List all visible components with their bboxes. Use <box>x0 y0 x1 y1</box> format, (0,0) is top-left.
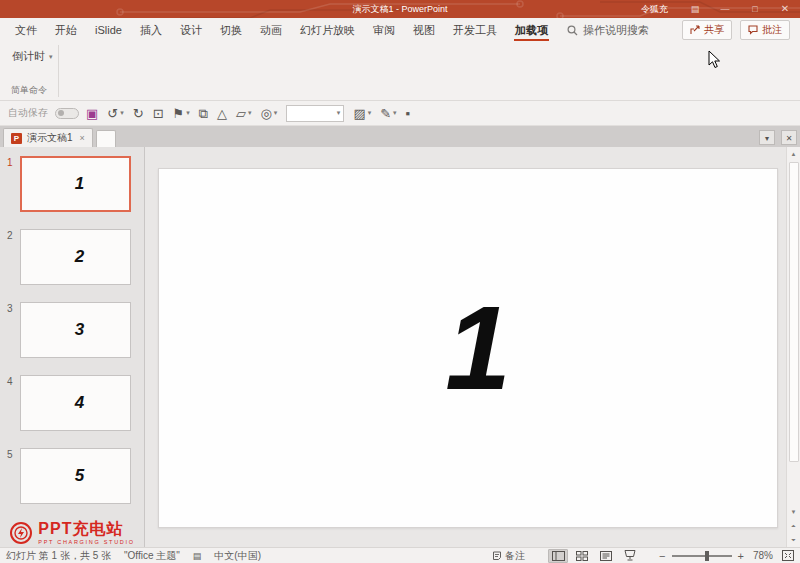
tab-bar-close-icon[interactable]: ✕ <box>781 130 797 145</box>
logo-text: PPT充电站 <box>38 521 134 537</box>
scroll-down-icon[interactable]: ▼ <box>787 505 800 519</box>
save-icon[interactable]: ▣ <box>86 107 98 120</box>
slide-number: 2 <box>0 229 20 285</box>
maximize-icon[interactable]: □ <box>740 0 770 18</box>
fit-to-window-icon[interactable] <box>782 550 794 561</box>
comments-button[interactable]: 批注 <box>740 20 790 40</box>
menu-tab-开始[interactable]: 开始 <box>46 18 86 42</box>
document-tab-active[interactable]: P 演示文稿1 × <box>3 128 93 147</box>
qat-overflow-icon[interactable]: ▪ <box>406 107 411 120</box>
slide-thumbnail-1[interactable]: 11 <box>0 156 144 212</box>
chevron-down-icon: ▾ <box>186 109 190 117</box>
zoom-in-button[interactable]: + <box>738 550 744 562</box>
chevron-down-icon: ▾ <box>120 109 124 117</box>
minimize-icon[interactable]: — <box>710 0 740 18</box>
ribbon-tab-bar: 文件开始iSlide插入设计切换动画幻灯片放映审阅视图开发工具加载项 操作说明搜… <box>0 18 800 42</box>
zoom-slider-thumb[interactable] <box>705 551 709 561</box>
chevron-down-icon: ▾ <box>248 109 252 117</box>
notes-icon <box>492 551 502 561</box>
zoom-level[interactable]: 78% <box>753 550 773 561</box>
menu-tab-幻灯片放映[interactable]: 幻灯片放映 <box>291 18 364 42</box>
zoom-out-button[interactable]: − <box>659 550 665 562</box>
thumb-digit: 4 <box>75 393 84 413</box>
scroll-up-icon[interactable]: ▲ <box>787 147 800 161</box>
mouse-cursor <box>708 50 721 69</box>
menu-tab-动画[interactable]: 动画 <box>251 18 291 42</box>
slide-thumb-preview[interactable]: 5 <box>20 448 131 504</box>
previous-slide-icon[interactable]: ⏶ <box>787 519 800 533</box>
scrollbar-thumb[interactable] <box>789 162 799 462</box>
font-combo[interactable]: ▾ <box>286 105 344 122</box>
search-label: 操作说明搜索 <box>583 23 649 38</box>
ppt-charging-station-logo: PPT充电站 PPT CHARGING STUDIO <box>0 521 144 545</box>
document-tab-title: 演示文稿1 <box>27 131 73 145</box>
tell-me-search[interactable]: 操作说明搜索 <box>567 23 649 38</box>
chevron-down-icon: ▾ <box>49 53 53 61</box>
menu-tab-切换[interactable]: 切换 <box>211 18 251 42</box>
menu-tab-加载项[interactable]: 加载项 <box>506 18 557 42</box>
normal-view-button[interactable] <box>548 549 568 563</box>
next-slide-icon[interactable]: ⏷ <box>787 533 800 547</box>
share-icon <box>690 25 700 35</box>
slide-thumb-preview[interactable]: 1 <box>20 156 131 212</box>
undo-icon[interactable]: ↺▾ <box>107 107 123 120</box>
slideshow-view-button[interactable] <box>620 549 640 563</box>
menu-tab-设计[interactable]: 设计 <box>171 18 211 42</box>
title-bar: 演示文稿1 - PowerPoint 令狐充 ▤ — □ ✕ <box>0 0 800 18</box>
shape-effects-icon[interactable]: ▨▾ <box>353 107 371 120</box>
tab-list-dropdown-icon[interactable]: ▾ <box>759 130 775 145</box>
slide-thumbnail-4[interactable]: 44 <box>0 375 144 431</box>
redo-icon[interactable]: ↻ <box>133 107 144 120</box>
menu-tab-视图[interactable]: 视图 <box>404 18 444 42</box>
slide-thumb-preview[interactable]: 4 <box>20 375 131 431</box>
slide-thumbnail-3[interactable]: 33 <box>0 302 144 358</box>
menu-tab-插入[interactable]: 插入 <box>131 18 171 42</box>
vertical-scrollbar[interactable]: ▲ ▼ ⏶ ⏷ <box>786 147 800 547</box>
shape-fill-icon[interactable]: △ <box>217 107 227 120</box>
slide-number: 5 <box>0 448 20 504</box>
menu-tab-开发工具[interactable]: 开发工具 <box>444 18 506 42</box>
ribbon-display-options-icon[interactable]: ▤ <box>680 0 710 18</box>
close-icon[interactable]: ✕ <box>770 0 800 18</box>
slide-canvas[interactable]: 1 <box>158 168 778 528</box>
shapes-icon[interactable]: ▱▾ <box>236 107 252 120</box>
slide-sorter-view-button[interactable] <box>572 549 592 563</box>
normal-view-icon <box>552 551 565 561</box>
ink-pen-icon[interactable]: ✎▾ <box>380 107 396 120</box>
tab-close-icon[interactable]: × <box>80 133 85 143</box>
account-name[interactable]: 令狐充 <box>629 3 680 16</box>
comment-icon <box>748 25 758 35</box>
slideshow-icon <box>624 550 636 561</box>
slideshow-from-beginning-icon[interactable]: ⊡ <box>153 107 164 120</box>
menu-tab-文件[interactable]: 文件 <box>6 18 46 42</box>
menu-tab-审阅[interactable]: 审阅 <box>364 18 404 42</box>
proofing-icon[interactable]: ▤ <box>193 551 202 561</box>
chevron-down-icon: ▾ <box>368 109 372 117</box>
thumb-digit: 2 <box>75 247 84 267</box>
chevron-down-icon: ▾ <box>274 109 278 117</box>
thumb-digit: 1 <box>75 174 84 194</box>
notes-button[interactable]: 备注 <box>492 549 525 563</box>
crop-icon[interactable]: ⧉ <box>199 107 208 120</box>
new-tab-button[interactable] <box>96 130 116 147</box>
language-indicator[interactable]: 中文(中国) <box>214 549 261 563</box>
reading-view-button[interactable] <box>596 549 616 563</box>
slide-thumb-preview[interactable]: 3 <box>20 302 131 358</box>
theme-name[interactable]: "Office 主题" <box>124 549 180 563</box>
slide-number: 1 <box>0 156 20 212</box>
slide-number-text: 1 <box>445 280 511 416</box>
slide-thumbnail-2[interactable]: 22 <box>0 229 144 285</box>
countdown-button[interactable]: 倒计时▾ <box>12 49 53 64</box>
ribbon-content: 倒计时▾ 简单命令 <box>0 42 800 101</box>
group-divider <box>58 45 59 97</box>
autosave-toggle[interactable] <box>55 108 79 119</box>
slide-thumb-preview[interactable]: 2 <box>20 229 131 285</box>
menu-tab-iSlide[interactable]: iSlide <box>86 18 131 42</box>
qat-icons: ▣↺▾↻⊡⚑▾⧉△▱▾◎▾▾▨▾✎▾▪ <box>86 105 410 122</box>
rotate-object-icon[interactable]: ◎▾ <box>261 107 278 120</box>
zoom-slider[interactable] <box>672 555 732 557</box>
flag-icon[interactable]: ⚑▾ <box>173 107 190 120</box>
slide-thumbnail-5[interactable]: 55 <box>0 448 144 504</box>
share-button[interactable]: 共享 <box>682 20 732 40</box>
slide-thumbnail-panel: 1122334455 PPT充电站 PPT CHARGING STUDIO <box>0 147 145 547</box>
